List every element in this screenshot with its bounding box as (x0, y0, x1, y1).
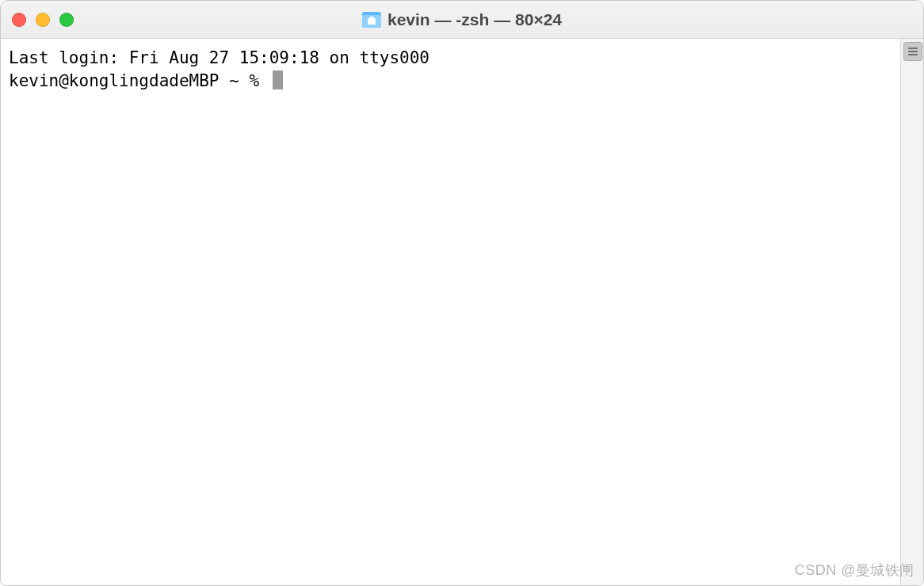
titlebar[interactable]: kevin — -zsh — 80×24 (1, 1, 923, 39)
menu-icon (908, 48, 918, 55)
maximize-button[interactable] (59, 13, 74, 27)
terminal-viewport[interactable]: Last login: Fri Aug 27 15:09:18 on ttys0… (1, 39, 900, 585)
text-cursor (273, 70, 283, 89)
shell-prompt: kevin@konglingdadeMBP ~ % (9, 70, 269, 93)
close-button[interactable] (12, 13, 26, 27)
terminal-window: kevin — -zsh — 80×24 Last login: Fri Aug… (0, 0, 924, 586)
prompt-line: kevin@konglingdadeMBP ~ % (9, 70, 892, 93)
last-login-line: Last login: Fri Aug 27 15:09:18 on ttys0… (9, 48, 430, 67)
scrollbar-gutter[interactable] (900, 39, 923, 585)
window-title-group: kevin — -zsh — 80×24 (362, 10, 562, 29)
terminal-body-wrap: Last login: Fri Aug 27 15:09:18 on ttys0… (1, 39, 923, 585)
traffic-lights (1, 13, 74, 27)
scrollbar-menu-button[interactable] (903, 42, 922, 61)
home-folder-icon (362, 12, 381, 28)
minimize-button[interactable] (36, 13, 50, 27)
window-title: kevin — -zsh — 80×24 (388, 10, 562, 29)
